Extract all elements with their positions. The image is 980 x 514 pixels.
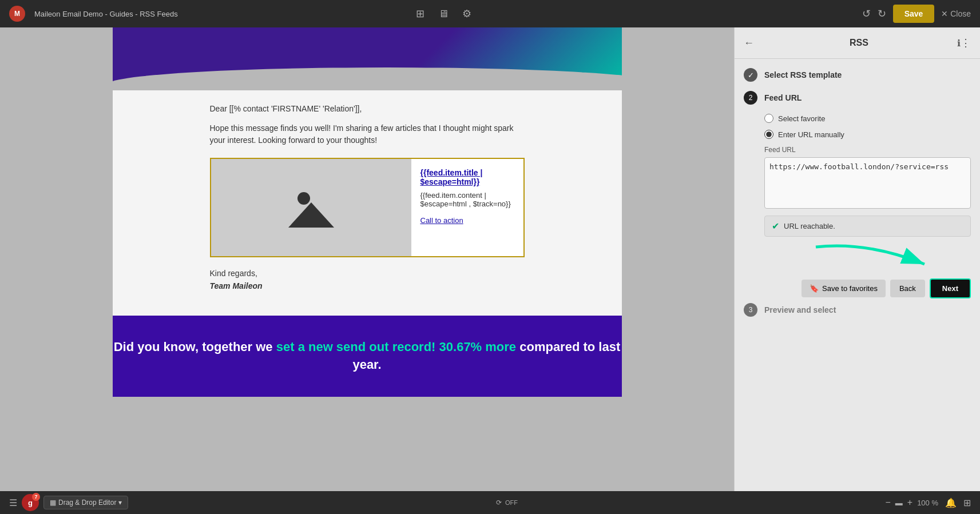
email-body: Dear [[% contact 'FIRSTNAME' 'Relation']… [113, 90, 622, 316]
redo-icon[interactable]: ↻ [878, 7, 886, 20]
email-card-body: {{feed.item.content | $escape=html , $tr… [420, 191, 514, 208]
back-button[interactable]: Back [890, 280, 925, 297]
email-card-cta[interactable]: Call to action [420, 216, 463, 225]
email-footer-regards: Kind regards, [210, 269, 525, 278]
email-banner: Did you know, together we set a new send… [113, 316, 622, 397]
sidebar-header: ← RSS ℹ ⋮ [735, 27, 980, 59]
url-reachable-text: URL reachable. [784, 222, 835, 230]
zoom-in-button[interactable]: + [907, 497, 912, 508]
email-banner-text: Did you know, together we set a new send… [113, 338, 622, 374]
settings-icon[interactable]: ⚙ [462, 7, 471, 20]
grid-layout-icon[interactable]: ⊞ [416, 7, 424, 20]
zoom-level: 100 % [917, 499, 938, 507]
radio-enter-url-manually[interactable] [764, 130, 773, 139]
bottom-right: − ▬ + 100 % 🔔 ⊞ [885, 497, 971, 508]
radio-select-favorite-row: Select favorite [764, 114, 971, 123]
notification-button[interactable]: 🔔 [945, 497, 957, 508]
step3-number: 3 [744, 303, 757, 317]
step2-row: 2 Feed URL [744, 91, 971, 105]
email-card-content: {{feed.item.title | $escape=html}} {{fee… [411, 159, 523, 256]
right-sidebar: ← RSS ℹ ⋮ ✓ Select RSS template 2 Feed U… [734, 27, 980, 491]
sidebar-title: RSS [761, 38, 957, 48]
next-button[interactable]: Next [930, 278, 971, 298]
save-to-favorites-button[interactable]: 🔖 Save to favorites [802, 280, 886, 297]
topbar-right: ↺ ↻ Save ✕ Close [862, 5, 971, 23]
monitor-icon[interactable]: 🖥 [438, 8, 449, 20]
app-logo: M [9, 6, 25, 22]
editor-mode-button[interactable]: ▦ Drag & Drop Editor ▾ [43, 496, 128, 509]
email-card-image [211, 159, 411, 256]
bottom-bar: ☰ g 7 ▦ Drag & Drop Editor ▾ ⟳ OFF − ▬ +… [0, 491, 980, 514]
sidebar-body: ✓ Select RSS template 2 Feed URL Select … [735, 59, 980, 335]
editor-mode-icon: ▦ [50, 499, 56, 507]
zoom-controls: − ▬ + 100 % [885, 497, 938, 508]
undo-icon[interactable]: ↺ [862, 7, 871, 20]
save-button[interactable]: Save [893, 5, 935, 23]
main-area: Dear [[% contact 'FIRSTNAME' 'Relation']… [0, 27, 980, 491]
bookmark-icon: 🔖 [810, 284, 819, 293]
grid-view-button[interactable]: ⊞ [963, 497, 971, 508]
email-greeting: Dear [[% contact 'FIRSTNAME' 'Relation']… [210, 104, 525, 113]
email-header-image [113, 27, 622, 90]
email-preview: Dear [[% contact 'FIRSTNAME' 'Relation']… [0, 27, 734, 491]
ai-toggle[interactable]: ⟳ OFF [496, 499, 518, 507]
zoom-out-button[interactable]: − [885, 497, 890, 508]
email-footer-signature: Team Maileon [210, 281, 525, 290]
annotation-area: 🔖 Save to favorites Back Next [764, 241, 971, 298]
ai-icon: ⟳ [496, 499, 502, 507]
grammarly-count: 7 [32, 493, 40, 501]
ai-status: OFF [505, 499, 518, 506]
triangle-shape [288, 202, 334, 228]
bottom-center: ⟳ OFF [137, 499, 876, 507]
grammarly-badge[interactable]: g 7 [22, 494, 39, 511]
feed-url-label: Feed URL [764, 146, 971, 154]
email-content: Dear [[% contact 'FIRSTNAME' 'Relation']… [113, 27, 622, 397]
feed-url-section: Select favorite Enter URL manually Feed … [764, 114, 971, 298]
editor-mode-chevron: ▾ [118, 499, 122, 507]
step1-label: Select RSS template [764, 70, 842, 79]
feed-url-input[interactable]: https://www.football.london/?service=rss [764, 157, 971, 209]
radio-select-favorite-label: Select favorite [778, 114, 825, 123]
step1-row: ✓ Select RSS template [744, 68, 971, 82]
email-card-title: {{feed.item.title | $escape=html}} [420, 168, 514, 186]
sidebar-back-button[interactable]: ← [744, 37, 754, 49]
topbar: M Maileon Email Demo - Guides - RSS Feed… [0, 0, 980, 27]
radio-enter-url-row: Enter URL manually [764, 130, 971, 139]
url-check-icon: ✔ [772, 221, 779, 232]
step2-label: Feed URL [764, 93, 802, 102]
editor-mode-label: Drag & Drop Editor [58, 499, 116, 507]
step2-number: 2 [744, 91, 757, 105]
email-message: Hope this message finds you well! I'm sh… [210, 122, 525, 146]
sidebar-more-button[interactable]: ⋮ [961, 37, 971, 49]
close-button[interactable]: ✕ Close [941, 9, 971, 18]
radio-enter-url-label: Enter URL manually [778, 130, 844, 139]
topbar-icons: ⊞ 🖥 ⚙ [416, 7, 471, 20]
radio-select-favorite[interactable] [764, 114, 773, 123]
app-title: Maileon Email Demo - Guides - RSS Feeds [34, 10, 407, 18]
email-card: {{feed.item.title | $escape=html}} {{fee… [210, 158, 525, 257]
action-buttons: 🔖 Save to favorites Back Next [802, 278, 971, 298]
step1-check-icon: ✓ [744, 68, 757, 82]
bottom-left: ☰ g 7 ▦ Drag & Drop Editor ▾ [9, 494, 128, 511]
zoom-slider[interactable]: ▬ [895, 499, 903, 507]
url-reachable-status: ✔ URL reachable. [764, 216, 971, 237]
step3-row: 3 Preview and select [744, 303, 971, 317]
step3-label: Preview and select [764, 305, 836, 314]
hamburger-icon[interactable]: ☰ [9, 497, 17, 508]
mountain-placeholder-icon [288, 188, 334, 228]
